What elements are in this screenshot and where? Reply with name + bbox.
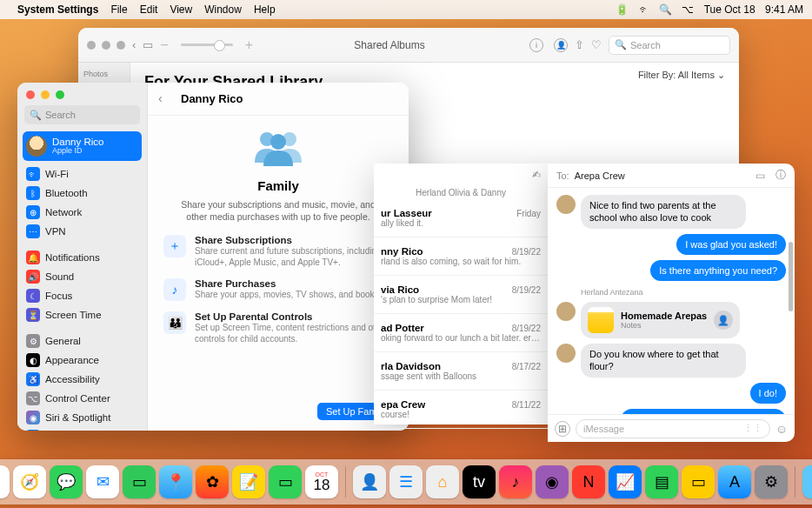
- dock-settings[interactable]: ⚙: [755, 465, 788, 498]
- family-feature-row: ＋Share SubscriptionsShare current and fu…: [163, 235, 393, 268]
- close-icon[interactable]: [26, 90, 35, 99]
- conversation-row[interactable]: epa Crew8/11/22course!: [374, 391, 548, 429]
- dock-launchpad[interactable]: ⊞: [0, 465, 10, 498]
- sidebar-toggle-icon[interactable]: ▭: [143, 38, 153, 51]
- dock-facetime[interactable]: ▭: [123, 465, 156, 498]
- sidebar-item-notifications[interactable]: 🔔Notifications: [23, 248, 142, 267]
- dock-home[interactable]: ⌂: [426, 465, 459, 498]
- dock-calendar[interactable]: OCT18: [305, 465, 338, 498]
- minimize-icon[interactable]: [41, 90, 50, 99]
- dock-reminders[interactable]: ☰: [389, 465, 423, 498]
- dock-maps[interactable]: 📍: [159, 465, 192, 498]
- dock-music[interactable]: ♪: [499, 465, 532, 498]
- back-icon[interactable]: ‹: [132, 38, 136, 51]
- apps-icon[interactable]: ⊞: [555, 421, 570, 437]
- favorite-icon[interactable]: ♡: [591, 38, 602, 51]
- sidebar-item-sound[interactable]: 🔊Sound: [23, 267, 142, 286]
- wifi-icon[interactable]: ᯤ: [639, 3, 649, 16]
- settings-search[interactable]: 🔍 Search: [24, 105, 140, 124]
- message-input[interactable]: iMessage ⋮⋮: [576, 419, 770, 438]
- dock-tv[interactable]: tv: [463, 465, 496, 498]
- sidebar-item-label: Accessibility: [45, 374, 100, 384]
- dock-keynote[interactable]: ▭: [682, 465, 715, 498]
- search-icon: 🔍: [615, 39, 627, 50]
- dock-separator: [795, 466, 795, 498]
- dock-photos[interactable]: ✿: [196, 465, 229, 498]
- sidebar-item-siri-spotlight[interactable]: ◉Siri & Spotlight: [23, 408, 142, 427]
- menu-view[interactable]: View: [170, 3, 192, 16]
- photos-search[interactable]: 🔍 Search: [609, 36, 730, 55]
- sidebar-item-vpn[interactable]: ⋯VPN: [23, 222, 142, 241]
- zoom-slider[interactable]: [181, 43, 233, 46]
- sidebar-item-label: Network: [45, 207, 82, 217]
- notifications-icon: 🔔: [26, 251, 40, 264]
- sidebar-item-focus[interactable]: ☾Focus: [23, 286, 142, 305]
- sidebar-item-profile[interactable]: Danny Rico Apple ID: [23, 131, 142, 161]
- attachment-card[interactable]: Homemade Arepas Notes 👤: [581, 302, 740, 338]
- dock-messages[interactable]: 💬: [50, 465, 83, 498]
- emoji-icon[interactable]: ☺: [775, 422, 788, 436]
- feature-sub: Share your apps, movies, TV shows, and b…: [195, 289, 381, 300]
- settings-window: 🔍 Search Danny Rico Apple ID ᯤWi-FiᛒBlue…: [17, 83, 409, 431]
- svg-point-2: [270, 134, 286, 150]
- spotlight-icon[interactable]: 🔍: [659, 3, 672, 16]
- app-menu[interactable]: System Settings: [17, 3, 98, 16]
- sidebar-item-control-center[interactable]: ⌥Control Center: [23, 389, 142, 408]
- conversation-row[interactable]: via Rico8/19/22's plan to surprise Mom l…: [374, 276, 548, 314]
- conversation-row[interactable]: nny Rico8/19/22rland is also coming, so …: [374, 237, 548, 276]
- menu-time[interactable]: 9:41 AM: [765, 3, 803, 16]
- dock-downloads[interactable]: ⬇: [802, 465, 812, 498]
- menu-edit[interactable]: Edit: [140, 3, 158, 16]
- sidebar-item-screen-time[interactable]: ⏳Screen Time: [23, 305, 142, 324]
- dock-safari[interactable]: 🧭: [13, 465, 46, 498]
- header-title: Danny Rico: [181, 92, 243, 105]
- settings-window-controls[interactable]: [17, 83, 147, 104]
- sidebar-item-label: General: [45, 336, 81, 346]
- people-icon[interactable]: 👤: [554, 38, 568, 52]
- zoom-icon[interactable]: [56, 90, 64, 99]
- dock-news[interactable]: N: [572, 465, 605, 498]
- battery-icon[interactable]: 🔋: [616, 3, 629, 16]
- sender-label: Herland Antezana: [581, 288, 786, 297]
- share-icon[interactable]: ⇧: [575, 38, 584, 51]
- dock-mail[interactable]: ✉: [86, 465, 119, 498]
- filter-control[interactable]: Filter By: All Items ⌄: [638, 70, 725, 81]
- menu-date[interactable]: Tue Oct 18: [704, 3, 755, 16]
- sidebar-item-appearance[interactable]: ◐Appearance: [23, 351, 142, 370]
- dock-notes[interactable]: 📝: [232, 465, 265, 498]
- conversation-header: To: Arepa Crew ▭ ⓘ: [548, 164, 795, 188]
- sidebar-item-network[interactable]: ⊕Network: [23, 203, 142, 222]
- conversation-row[interactable]: rla Davidson8/17/22ssage sent with Ballo…: [374, 352, 548, 391]
- dock-stocks[interactable]: 📈: [609, 465, 642, 498]
- photos-window-controls[interactable]: [87, 41, 125, 50]
- dock-appstore[interactable]: A: [718, 465, 751, 498]
- scrollbar[interactable]: [789, 216, 793, 407]
- conversation-window: To: Arepa Crew ▭ ⓘ Nice to find two pare…: [548, 164, 795, 442]
- conversation-row[interactable]: ur LasseurFridayally liked it.: [374, 199, 548, 237]
- conversation-row[interactable]: ad Potter8/19/22oking forward to our lun…: [374, 314, 548, 352]
- dock-podcasts[interactable]: ◉: [536, 465, 569, 498]
- control-center-icon[interactable]: ⌥: [682, 3, 694, 16]
- sidebar-item-accessibility[interactable]: ♿Accessibility: [23, 370, 142, 389]
- info-icon[interactable]: i: [529, 38, 543, 52]
- sidebar-item-label: Bluetooth: [45, 188, 88, 198]
- dock-facetime2[interactable]: ▭: [269, 465, 302, 498]
- conversation-body[interactable]: Nice to find two parents at the school w…: [548, 188, 795, 414]
- video-icon[interactable]: ▭: [755, 170, 765, 182]
- to-label: To:: [556, 170, 569, 181]
- info-icon[interactable]: ⓘ: [775, 168, 786, 183]
- sidebar-item-privacy-security[interactable]: ✋Privacy & Security: [23, 427, 142, 431]
- menu-help[interactable]: Help: [254, 3, 276, 16]
- focus-icon: ☾: [26, 289, 40, 303]
- dock-numbers[interactable]: ▤: [645, 465, 678, 498]
- menu-window[interactable]: Window: [204, 3, 242, 16]
- compose-icon[interactable]: ✍︎: [374, 164, 548, 186]
- sidebar-item-bluetooth[interactable]: ᛒBluetooth: [23, 184, 142, 203]
- dock-contacts[interactable]: 👤: [353, 465, 386, 498]
- sidebar-item-wi-fi[interactable]: ᯤWi-Fi: [23, 164, 142, 184]
- add-person-icon[interactable]: 👤: [714, 311, 733, 330]
- back-icon[interactable]: ‹: [158, 91, 174, 107]
- sidebar-item-general[interactable]: ⚙General: [23, 331, 142, 351]
- dictation-icon[interactable]: ⋮⋮: [743, 423, 762, 434]
- menu-file[interactable]: File: [110, 3, 127, 16]
